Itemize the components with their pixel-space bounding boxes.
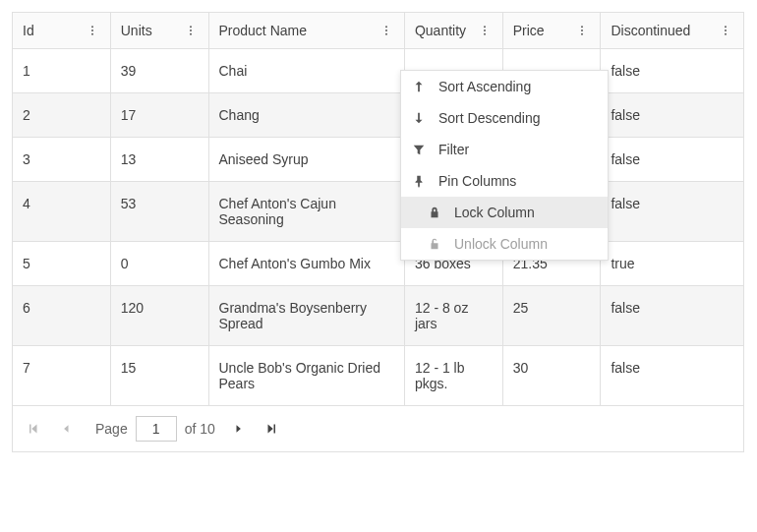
svg-point-11 xyxy=(484,33,486,35)
svg-point-14 xyxy=(581,33,583,35)
cell-name: Grandma's Boysenberry Spread xyxy=(209,286,405,345)
cell-name: Chef Anton's Gumbo Mix xyxy=(209,242,405,285)
cell-name: Chang xyxy=(209,93,405,137)
header-id-label: Id xyxy=(23,23,34,38)
svg-point-15 xyxy=(725,26,727,28)
cell-disc: false xyxy=(601,182,743,241)
header-units-label: Units xyxy=(121,23,152,38)
pager: Page of 10 xyxy=(13,405,743,451)
header-id[interactable]: Id xyxy=(13,13,111,48)
menu-lock-column[interactable]: Lock Column xyxy=(401,197,608,228)
menu-sort-ascending-label: Sort Ascending xyxy=(438,79,531,94)
cell-price: 25 xyxy=(503,286,602,345)
svg-point-9 xyxy=(484,26,486,28)
pager-last-button[interactable] xyxy=(262,419,282,439)
cell-id: 6 xyxy=(13,286,111,345)
cell-id: 1 xyxy=(13,49,111,92)
page-of: of 10 xyxy=(185,421,215,437)
page-word: Page xyxy=(95,421,128,437)
arrow-down-icon xyxy=(411,110,427,126)
cell-disc: false xyxy=(601,346,743,405)
more-vertical-icon[interactable] xyxy=(378,23,394,38)
table-row[interactable]: 3 13 Aniseed Syrup false xyxy=(13,138,743,182)
svg-point-5 xyxy=(189,33,191,35)
cell-name: Uncle Bob's Organic Dried Pears xyxy=(209,346,405,405)
menu-unlock-column: Unlock Column xyxy=(401,228,608,260)
cell-id: 2 xyxy=(13,93,111,137)
header-product-name[interactable]: Product Name xyxy=(209,13,405,48)
cell-disc: false xyxy=(601,286,743,345)
cell-id: 5 xyxy=(13,242,111,285)
cell-name: Chai xyxy=(209,49,405,92)
header-price[interactable]: Price xyxy=(503,13,602,48)
header-price-label: Price xyxy=(513,23,545,38)
header-units[interactable]: Units xyxy=(111,13,209,48)
svg-point-7 xyxy=(385,30,387,31)
more-vertical-icon[interactable] xyxy=(183,23,199,38)
svg-point-0 xyxy=(91,26,93,28)
cell-disc: true xyxy=(601,242,743,285)
page-input[interactable] xyxy=(136,416,177,442)
header-qty-label: Quantity xyxy=(415,23,466,38)
header-name-label: Product Name xyxy=(219,23,307,38)
table-row[interactable]: 1 39 Chai false xyxy=(13,49,743,93)
arrow-up-icon xyxy=(411,79,427,94)
svg-point-4 xyxy=(189,30,191,31)
cell-price: 30 xyxy=(503,346,602,405)
header-discontinued[interactable]: Discontinued xyxy=(601,13,743,48)
cell-units: 39 xyxy=(111,49,209,92)
more-vertical-icon[interactable] xyxy=(477,23,493,38)
cell-name: Chef Anton's Cajun Seasoning xyxy=(209,182,405,241)
table-row[interactable]: 6 120 Grandma's Boysenberry Spread 12 - … xyxy=(13,286,743,346)
menu-sort-ascending[interactable]: Sort Ascending xyxy=(401,71,608,102)
lock-icon xyxy=(427,205,442,220)
cell-units: 0 xyxy=(111,242,209,285)
table-row[interactable]: 5 0 Chef Anton's Gumbo Mix 36 boxes 21.3… xyxy=(13,242,743,286)
svg-point-17 xyxy=(725,33,727,35)
page-label-group: Page of 10 xyxy=(95,416,215,442)
more-vertical-icon[interactable] xyxy=(718,23,733,38)
header-row: Id Units Product Name Quantity Price xyxy=(13,13,743,49)
unlock-icon xyxy=(427,236,442,252)
svg-point-12 xyxy=(581,26,583,28)
filter-icon xyxy=(411,142,427,157)
svg-point-2 xyxy=(91,33,93,35)
table-row[interactable]: 4 53 Chef Anton's Cajun Seasoning 48 - 6… xyxy=(13,182,743,242)
cell-disc: false xyxy=(601,138,743,181)
more-vertical-icon[interactable] xyxy=(85,23,100,38)
cell-disc: false xyxy=(601,49,743,92)
grid-body: 1 39 Chai false 2 17 Chang false 3 13 An… xyxy=(13,49,743,405)
menu-filter-label: Filter xyxy=(438,142,469,157)
table-row[interactable]: 7 15 Uncle Bob's Organic Dried Pears 12 … xyxy=(13,346,743,405)
svg-point-3 xyxy=(189,26,191,28)
table-row[interactable]: 2 17 Chang false xyxy=(13,93,743,138)
header-disc-label: Discontinued xyxy=(611,23,690,38)
svg-point-1 xyxy=(91,30,93,31)
menu-sort-descending[interactable]: Sort Descending xyxy=(401,102,608,134)
cell-id: 4 xyxy=(13,182,111,241)
menu-pin-columns[interactable]: Pin Columns xyxy=(401,165,608,197)
menu-pin-label: Pin Columns xyxy=(438,173,516,189)
cell-id: 7 xyxy=(13,346,111,405)
menu-lock-label: Lock Column xyxy=(454,205,535,220)
more-vertical-icon[interactable] xyxy=(574,23,590,38)
cell-units: 53 xyxy=(111,182,209,241)
menu-sort-descending-label: Sort Descending xyxy=(438,110,541,126)
pager-first-button[interactable] xyxy=(23,419,42,439)
data-grid: Id Units Product Name Quantity Price xyxy=(12,12,744,452)
cell-name: Aniseed Syrup xyxy=(209,138,405,181)
svg-point-16 xyxy=(725,30,727,31)
pager-next-button[interactable] xyxy=(229,419,249,439)
pin-icon xyxy=(411,173,427,189)
header-quantity[interactable]: Quantity xyxy=(405,13,503,48)
cell-units: 17 xyxy=(111,93,209,137)
svg-point-13 xyxy=(581,30,583,31)
cell-units: 120 xyxy=(111,286,209,345)
menu-filter[interactable]: Filter xyxy=(401,134,608,165)
svg-point-10 xyxy=(484,30,486,31)
menu-unlock-label: Unlock Column xyxy=(454,236,548,252)
cell-id: 3 xyxy=(13,138,111,181)
column-menu: Sort Ascending Sort Descending Filter Pi… xyxy=(400,70,609,261)
pager-prev-button[interactable] xyxy=(56,419,76,439)
cell-units: 15 xyxy=(111,346,209,405)
